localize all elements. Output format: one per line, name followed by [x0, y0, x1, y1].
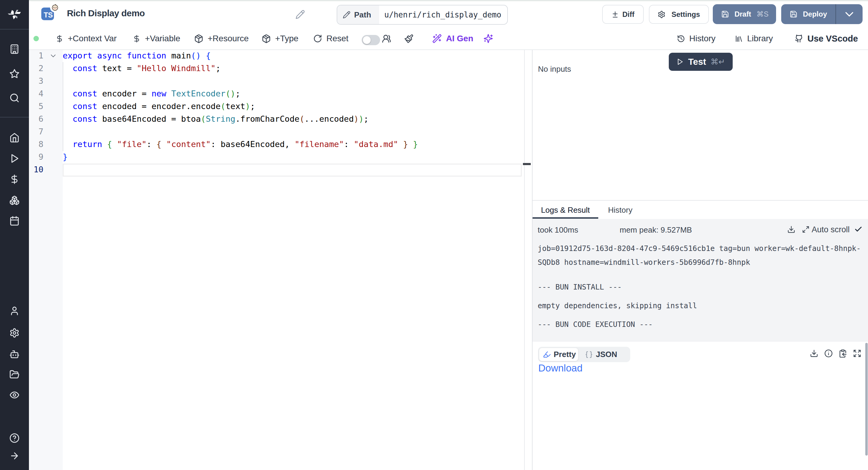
baby-emoji-icon: [52, 4, 59, 11]
sidebar-item-help[interactable]: [8, 432, 21, 444]
code-line-5[interactable]: const encoded = encoder.encode(text);: [63, 100, 255, 113]
download-file-link[interactable]: Download: [538, 363, 583, 374]
code-line-8[interactable]: return { "file": { "content": base64Enco…: [63, 138, 418, 151]
pencil-icon: [343, 11, 350, 19]
sidebar-item-users[interactable]: [8, 305, 21, 317]
diff-button[interactable]: Diff: [602, 5, 644, 24]
collaborators-button[interactable]: [382, 31, 391, 46]
code-line-4[interactable]: const encoder = new TextEncoder();: [63, 87, 240, 100]
calendar-icon: [9, 216, 20, 226]
add-type-button[interactable]: +Type: [261, 31, 299, 46]
top-strip: [29, 0, 868, 1]
ai-gen-button[interactable]: AI Gen: [432, 31, 473, 46]
use-vscode-button[interactable]: Use VScode: [795, 31, 858, 46]
tab-logs-result[interactable]: Logs & Result: [532, 206, 598, 215]
code-line-1[interactable]: export async function main() {: [63, 50, 211, 62]
save-icon: [721, 10, 729, 18]
sidebar-item-home[interactable]: [8, 132, 21, 144]
result-info-button[interactable]: [824, 349, 833, 357]
add-variable-button[interactable]: +Variable: [133, 31, 180, 46]
add-resource-label: +Resource: [208, 34, 249, 43]
pencil-icon: [296, 10, 305, 19]
tab-history[interactable]: History: [598, 206, 642, 215]
result-scrollbar[interactable]: [865, 343, 868, 456]
json-tab[interactable]: JSON: [585, 348, 617, 361]
log-line: --- BUN CODE EXECUTION ---: [538, 320, 653, 329]
code-line-9[interactable]: }: [63, 151, 67, 163]
deploy-dropdown-button[interactable]: [836, 9, 863, 20]
folder-open-icon: [9, 369, 20, 380]
diff-button-label: Diff: [622, 10, 634, 19]
edit-title-pencil-icon[interactable]: [296, 10, 305, 19]
save-icon: [789, 10, 798, 18]
download-logs-button[interactable]: [787, 225, 795, 233]
brush-icon: [404, 34, 413, 43]
users-icon: [382, 34, 391, 43]
check-icon: [854, 225, 863, 233]
settings-button[interactable]: Settings: [649, 5, 709, 24]
sidebar-item-search[interactable]: [8, 92, 21, 104]
download-result-button[interactable]: [810, 349, 818, 357]
fold-chevron-icon[interactable]: [49, 52, 57, 61]
line-number: 10: [29, 163, 43, 176]
sidebar-item-schedules[interactable]: [8, 215, 21, 227]
right-panel-divider: [532, 200, 868, 201]
sidebar-item-runs[interactable]: [8, 152, 21, 164]
sidebar-item-settings[interactable]: [8, 327, 21, 339]
expand-logs-button[interactable]: [802, 226, 809, 233]
code-line-6[interactable]: const base64Encoded = btoa(String.fromCh…: [63, 113, 369, 125]
maximize-icon: [802, 226, 809, 233]
path-input-group[interactable]: Path u/henri/rich_display_demo: [337, 5, 508, 25]
test-button[interactable]: Test ⌘↵: [669, 53, 733, 71]
sidebar-item-workspace[interactable]: [8, 43, 21, 55]
sidebar-item-workers[interactable]: [8, 348, 21, 361]
path-value[interactable]: u/henri/rich_display_demo: [379, 10, 501, 19]
ai-sparkles-button[interactable]: [484, 31, 493, 46]
diff-mode-toggle[interactable]: [362, 35, 380, 45]
chevron-down-icon: [844, 9, 855, 20]
current-line-highlight: [63, 164, 522, 177]
windmill-logo-icon[interactable]: [8, 8, 21, 21]
library-button[interactable]: Library: [735, 31, 773, 46]
draft-button-label: Draft: [735, 10, 751, 19]
history-button[interactable]: History: [677, 31, 715, 46]
github-icon: [795, 34, 803, 43]
deploy-button[interactable]: Deploy: [781, 10, 835, 19]
dollar-sign-icon: [9, 174, 20, 184]
eye-icon: [9, 390, 20, 400]
expand-result-button[interactable]: [853, 349, 861, 357]
magic-wand-icon: [432, 34, 442, 43]
sidebar-item-resources[interactable]: [8, 194, 21, 207]
diff-icon: [612, 11, 619, 18]
line-number: 3: [29, 75, 43, 87]
add-resource-button[interactable]: +Resource: [194, 31, 249, 46]
robot-icon: [9, 349, 20, 359]
save-icon: [721, 10, 729, 18]
sidebar-item-variables[interactable]: [8, 173, 21, 185]
sidebar-item-expand[interactable]: [8, 450, 21, 462]
dollar-sign-icon: [133, 35, 141, 43]
sidebar-item-favorites[interactable]: [8, 68, 21, 80]
path-label-segment[interactable]: Path: [337, 5, 379, 24]
pretty-tab[interactable]: Pretty: [539, 348, 578, 361]
add-variable-label: +Variable: [145, 34, 180, 43]
sidebar-item-audit-logs[interactable]: [8, 389, 21, 401]
auto-scroll-checkbox[interactable]: [854, 225, 863, 233]
code-line-2[interactable]: const text = "Hello Windmill";: [63, 62, 221, 75]
result-top-border: [532, 341, 868, 341]
package-icon: [261, 34, 271, 43]
add-context-var-button[interactable]: +Context Var: [56, 31, 117, 46]
reset-button[interactable]: Reset: [313, 31, 348, 46]
line-number: 9: [29, 151, 43, 163]
copy-result-button[interactable]: [838, 349, 847, 358]
line-number: 5: [29, 100, 43, 113]
test-shortcut: ⌘↵: [711, 57, 725, 67]
clipboard-copy-icon: [838, 349, 847, 358]
sidebar-item-folders[interactable]: [8, 369, 21, 380]
format-button[interactable]: [404, 31, 413, 46]
ai-gen-label: AI Gen: [446, 34, 473, 43]
draft-button[interactable]: Draft ⌘S: [713, 4, 776, 24]
download-icon: [787, 225, 795, 233]
no-inputs-text: No inputs: [538, 64, 571, 74]
line-number: 2: [29, 62, 43, 75]
